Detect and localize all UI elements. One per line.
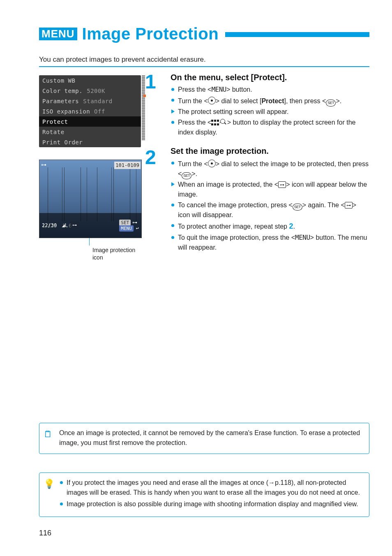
step-number-1: 1 — [145, 70, 156, 93]
menu-badge-icon: MENU — [39, 28, 77, 40]
dial-icon — [208, 97, 216, 104]
step-1-bullets: Press the <MENU> button. Turn the <> dia… — [171, 85, 369, 137]
note-tip-icon: 💡 — [44, 477, 55, 491]
menu-item-label: Color temp. — [42, 88, 83, 94]
content-columns: Custom WB Color temp. 5200K Parameters S… — [39, 73, 369, 261]
note-text: Once an image is protected, it cannot be… — [59, 429, 360, 446]
menu-item-value: Off — [94, 108, 105, 115]
bullet: To cancel the image protection, press <S… — [171, 200, 369, 220]
step-ref-2: 2 — [289, 222, 293, 230]
result-bullet: When an image is protected, the <⊶> icon… — [171, 180, 369, 199]
camera-menu-screenshot: Custom WB Color temp. 5200K Parameters S… — [39, 75, 141, 147]
page-title: Image Protection — [82, 25, 219, 43]
magnify-icon — [220, 119, 227, 126]
control-hints: SET⊶ MENU↩ — [84, 214, 139, 237]
menu-item-protect-selected: Protect — [39, 116, 141, 127]
menu-item-custom-wb: Custom WB — [39, 75, 141, 86]
annotation-label: Image protection icon — [92, 246, 146, 261]
bullet: Press the <·> button to display the prot… — [171, 118, 369, 137]
menu-key-icon: MENU — [295, 234, 310, 241]
annotation-leader-line — [89, 238, 90, 246]
step-2-block: Set the image protection. Turn the <> di… — [171, 146, 369, 253]
section-divider — [39, 66, 369, 67]
bullet: Turn the <> dial to select the image to … — [171, 158, 369, 179]
title-decoration-bar — [225, 32, 369, 37]
menu-item-label: Print Order — [42, 139, 83, 146]
image-number-badge: 101-0109 — [114, 162, 141, 169]
dial-icon — [208, 160, 216, 167]
menu-item-label: Custom WB — [42, 77, 75, 84]
step-2-heading: Set the image protection. — [171, 146, 369, 156]
menu-item-label: Protect — [42, 118, 68, 125]
menu-item-iso-expansion: ISO expansion Off — [39, 106, 141, 116]
tip-bullets: If you protect the images you need and e… — [59, 478, 363, 509]
manual-page: MENU Image Protection You can protect im… — [0, 0, 392, 556]
page-number: 116 — [39, 529, 51, 537]
menu-item-value: 5200K — [87, 88, 105, 94]
bullet: Press the <MENU> button. — [171, 85, 369, 95]
set-button-icon: SET — [182, 172, 191, 179]
bullet: To quit the image protection, press the … — [171, 233, 369, 253]
menu-key-icon: MENU — [211, 86, 226, 93]
note-box-info: 🗒 Once an image is protected, it cannot … — [39, 423, 369, 454]
left-column: Custom WB Color temp. 5200K Parameters S… — [39, 73, 146, 261]
step-1-block: On the menu, select [Protect]. Press the… — [171, 73, 369, 137]
menu-item-label: Parameters — [42, 98, 79, 104]
protect-status-icon: ⊶ — [41, 162, 46, 168]
index-icon — [211, 120, 219, 125]
protected-image-screenshot: ⊶ 101-0109 1/125 5.6 22/30 ◢L ⊶ SET⊶ MEN… — [39, 160, 142, 238]
page-title-row: MENU Image Protection — [39, 25, 369, 43]
step-2-bullets: Turn the <> dial to select the image to … — [171, 158, 369, 253]
tip-bullet: Image protection is also possible during… — [59, 499, 363, 509]
menu-item-parameters: Parameters Standard — [39, 96, 141, 106]
step-1-heading: On the menu, select [Protect]. — [171, 73, 369, 82]
camera-scrollbar-icon — [142, 75, 145, 140]
intro-text: You can protect images to prevent accide… — [39, 56, 369, 64]
frame-counter: 22/30 — [42, 222, 57, 228]
set-button-icon: SET — [293, 204, 302, 211]
menu-item-label: Rotate — [42, 129, 65, 135]
playback-status-bar: 22/30 ◢L ⊶ SET⊶ MENU↩ — [39, 213, 141, 238]
menu-item-color-temp: Color temp. 5200K — [39, 86, 141, 96]
menu-item-rotate: Rotate — [39, 127, 141, 137]
note-box-tip: 💡 If you protect the images you need and… — [39, 473, 369, 517]
tip-bullet: If you protect the images you need and e… — [59, 478, 363, 498]
menu-item-value: Standard — [83, 98, 112, 104]
quality-and-protect-icon: ◢L ⊶ — [62, 222, 79, 229]
step-number-2: 2 — [145, 146, 156, 169]
set-button-icon: SET — [326, 100, 336, 107]
bullet: Turn the <> dial to select [Protect], th… — [171, 95, 369, 106]
note-info-icon: 🗒 — [44, 427, 53, 441]
menu-item-label: ISO expansion — [42, 108, 90, 115]
result-bullet: The protect setting screen will appear. — [171, 107, 369, 117]
right-column: 1 On the menu, select [Protect]. Press t… — [146, 73, 369, 253]
bullet: To protect another image, repeat step 2. — [171, 221, 369, 232]
protect-key-icon: ⊶ — [345, 202, 353, 208]
protect-key-icon: ⊶ — [278, 181, 286, 188]
menu-item-print-order: Print Order — [39, 137, 141, 147]
